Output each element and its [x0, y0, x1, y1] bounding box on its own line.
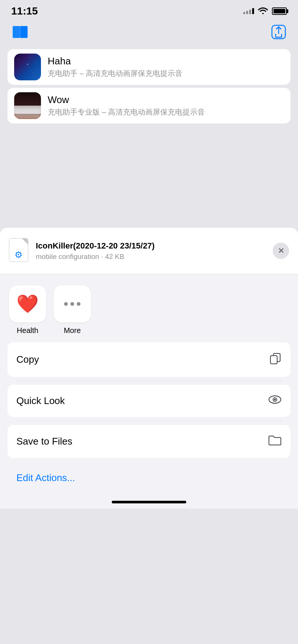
- edit-actions-section: Edit Actions...: [0, 462, 298, 493]
- app-icon-haha: [14, 54, 41, 80]
- save-to-files-label: Save to Files: [16, 436, 72, 447]
- section-gap: [0, 458, 298, 462]
- health-label: Health: [17, 326, 38, 335]
- svg-point-5: [274, 399, 276, 401]
- eye-icon: [268, 394, 282, 407]
- wifi-icon: [258, 6, 268, 16]
- save-to-files-button[interactable]: Save to Files: [7, 425, 291, 458]
- app-info-haha: Haha 充电助手 – 高清充电动画屏保充电提示音: [48, 55, 284, 79]
- list-item[interactable]: Haha 充电助手 – 高清充电动画屏保充电提示音: [7, 49, 291, 85]
- svg-rect-2: [270, 356, 277, 364]
- signal-icon: [243, 8, 254, 14]
- app-name-wow: Wow: [48, 94, 284, 106]
- share-sheet: ⚙ IconKiller(2020-12-20 23/15/27) mobile…: [0, 228, 298, 509]
- file-meta: mobile configuration · 42 KB: [36, 253, 267, 261]
- action-section: Copy Quick Look: [0, 342, 298, 458]
- share-item-health[interactable]: ❤️ Health: [9, 285, 46, 335]
- home-bar: [112, 501, 186, 503]
- more-icon-bg: [54, 285, 91, 323]
- edit-actions-button[interactable]: Edit Actions...: [7, 462, 291, 493]
- health-icon-bg: ❤️: [9, 285, 46, 323]
- gear-icon: ⚙: [15, 250, 23, 260]
- folder-icon: [268, 435, 282, 448]
- close-icon: ✕: [278, 246, 284, 255]
- book-icon[interactable]: [11, 25, 29, 41]
- more-label: More: [64, 326, 81, 335]
- top-bar: [0, 21, 298, 49]
- divider: [16, 421, 282, 421]
- background-area: [0, 124, 298, 228]
- file-info: IconKiller(2020-12-20 23/15/27) mobile c…: [36, 241, 267, 261]
- close-button[interactable]: ✕: [273, 243, 289, 259]
- more-dots-icon: [64, 302, 80, 306]
- status-bar: 11:15: [0, 0, 298, 21]
- file-icon: ⚙: [9, 238, 30, 263]
- status-icons: [243, 6, 287, 16]
- file-name: IconKiller(2020-12-20 23/15/27): [36, 241, 267, 251]
- app-name-haha: Haha: [48, 55, 284, 67]
- quick-look-label: Quick Look: [16, 395, 65, 407]
- file-header: ⚙ IconKiller(2020-12-20 23/15/27) mobile…: [0, 228, 298, 274]
- app-desc-haha: 充电助手 – 高清充电动画屏保充电提示音: [48, 68, 284, 79]
- copy-label: Copy: [16, 354, 39, 365]
- share-item-more[interactable]: More: [54, 285, 91, 335]
- list-item[interactable]: Wow 充电助手专业版 – 高清充电动画屏保充电提示音: [7, 88, 291, 124]
- share-row: ❤️ Health More: [0, 274, 298, 342]
- divider: [16, 381, 282, 381]
- home-indicator: [0, 493, 298, 509]
- copy-button[interactable]: Copy: [7, 342, 291, 377]
- app-list: Haha 充电助手 – 高清充电动画屏保充电提示音 Wow 充电助手专业版 – …: [0, 49, 298, 124]
- edit-actions-label: Edit Actions...: [16, 472, 75, 483]
- battery-icon: [272, 7, 287, 15]
- status-time: 11:15: [11, 5, 38, 17]
- copy-icon: [269, 352, 282, 367]
- app-info-wow: Wow 充电助手专业版 – 高清充电动画屏保充电提示音: [48, 94, 284, 117]
- heart-icon: ❤️: [16, 294, 39, 314]
- share-export-icon[interactable]: [270, 24, 287, 42]
- quick-look-button[interactable]: Quick Look: [7, 385, 291, 417]
- app-icon-wow: [14, 92, 41, 119]
- app-desc-wow: 充电助手专业版 – 高清充电动画屏保充电提示音: [48, 107, 284, 117]
